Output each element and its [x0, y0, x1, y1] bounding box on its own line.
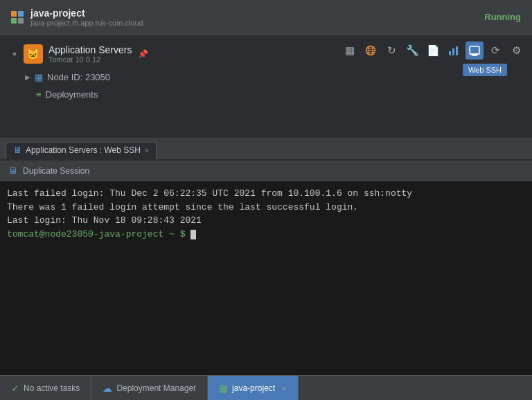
terminal-line-3: Last login: Thu Nov 18 09:28:43 2021 [7, 214, 525, 228]
project-url: java-project.th.app.ruk-com.cloud [30, 19, 143, 27]
project-header: java-project java-project.th.app.ruk-com… [11, 8, 143, 27]
top-bar: java-project java-project.th.app.ruk-com… [0, 0, 532, 35]
webssh-tab[interactable]: 🖥 Application Servers : Web SSH × [6, 142, 157, 159]
node-expand-icon: ▶ [25, 73, 30, 81]
webssh-tooltip: Web SSH [463, 64, 507, 76]
wrench-toolbar-icon[interactable]: 🔧 [403, 42, 421, 60]
icon-dot [11, 18, 17, 24]
tab-close-button[interactable]: × [145, 146, 149, 154]
session-label: Duplicate Session [23, 166, 89, 176]
tab-monitor-icon: 🖥 [13, 145, 21, 155]
deployment-manager-label: Deployment Manager [116, 383, 196, 393]
globe-toolbar-icon[interactable] [362, 42, 380, 60]
cloud-icon: ☁ [103, 383, 112, 394]
tab-bar: 🖥 Application Servers : Web SSH × [0, 138, 532, 161]
no-tasks-item: ✓ No active tasks [0, 376, 91, 400]
deploy-toolbar-icon[interactable]: ▦ [341, 42, 359, 60]
file-toolbar-icon[interactable]: 📄 [424, 42, 442, 60]
deployments-icon: ≡ [36, 89, 42, 100]
node-item[interactable]: ▶ ▦ Node ID: 23050 [0, 69, 532, 85]
settings-toolbar-icon[interactable]: ⚙ [507, 42, 525, 60]
project-name: java-project [30, 8, 143, 19]
svg-rect-5 [449, 51, 451, 55]
server-info: Application Servers Tomcat 10.0.12 [48, 44, 132, 64]
icon-dot [11, 11, 17, 17]
icon-dot [18, 11, 24, 17]
deployments-label: Deployments [46, 89, 98, 100]
session-icon: 🖥 [8, 165, 17, 176]
terminal-prompt-line: tomcat@node23050-java-project ~ $ [7, 228, 525, 242]
server-panel: ▦ ↻ 🔧 📄 [0, 35, 532, 138]
check-icon: ✓ [11, 383, 19, 394]
status-bar: ✓ No active tasks ☁ Deployment Manager ▦… [0, 375, 532, 400]
stats-toolbar-icon[interactable] [445, 42, 463, 60]
project-icon [11, 11, 24, 24]
node-grid-icon: ▦ [35, 72, 43, 82]
terminal-line-2: There was 1 failed login attempt since t… [7, 201, 525, 215]
project-tab-close[interactable]: × [282, 384, 286, 392]
deployment-manager-item[interactable]: ☁ Deployment Manager [91, 376, 208, 400]
deployments-item[interactable]: ≡ Deployments [0, 85, 532, 102]
project-tab-icon: ▦ [219, 383, 228, 394]
svg-rect-7 [456, 46, 458, 55]
project-tab-label: java-project [232, 383, 275, 393]
toolbar: ▦ ↻ 🔧 📄 [341, 42, 525, 60]
svg-rect-8 [470, 46, 479, 54]
refresh-toolbar-icon[interactable]: ↻ [382, 42, 400, 60]
terminal-prompt-text: tomcat@node23050-java-project ~ $ [7, 229, 190, 239]
session-bar[interactable]: 🖥 Duplicate Session [0, 161, 532, 181]
project-tab-item[interactable]: ▦ java-project × [208, 376, 298, 400]
expand-arrow-icon: ▼ [11, 51, 18, 58]
server-icon: 🐱 [24, 44, 43, 64]
status-badge: Running [484, 12, 521, 22]
terminal[interactable]: Last failed login: Thu Dec 2 06:22:35 UT… [0, 181, 532, 375]
terminal-line-1: Last failed login: Thu Dec 2 06:22:35 UT… [7, 187, 525, 201]
icon-dot [18, 18, 24, 24]
sync-toolbar-icon[interactable]: ⟳ [486, 42, 504, 60]
project-info: java-project java-project.th.app.ruk-com… [30, 8, 143, 27]
pin-icon: 📌 [138, 49, 148, 59]
node-label: Node ID: 23050 [47, 72, 110, 82]
webssh-toolbar-icon[interactable] [466, 42, 484, 60]
server-name: Application Servers [48, 44, 132, 55]
svg-rect-6 [452, 48, 454, 55]
tab-label: Application Servers : Web SSH [26, 145, 141, 155]
terminal-cursor [190, 230, 196, 239]
no-tasks-label: No active tasks [24, 383, 80, 393]
server-version: Tomcat 10.0.12 [48, 55, 132, 64]
